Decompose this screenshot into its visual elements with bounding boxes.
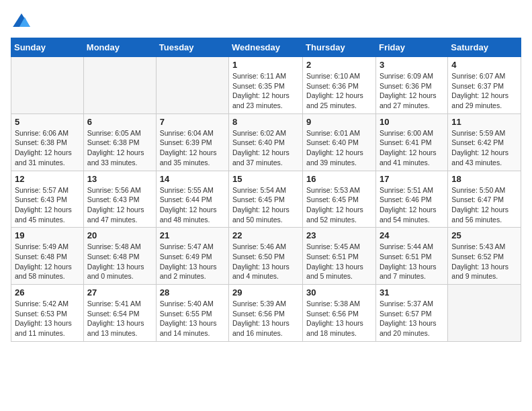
day-number: 24	[380, 230, 444, 240]
day-info: Sunrise: 5:44 AM Sunset: 6:51 PM Dayligh…	[380, 242, 444, 281]
day-number: 6	[87, 117, 152, 127]
day-info: Sunrise: 5:47 AM Sunset: 6:49 PM Dayligh…	[160, 242, 225, 281]
calendar-cell: 5Sunrise: 6:06 AM Sunset: 6:38 PM Daylig…	[11, 113, 84, 171]
day-number: 11	[451, 117, 517, 127]
calendar-cell: 28Sunrise: 5:40 AM Sunset: 6:55 PM Dayli…	[156, 285, 228, 342]
calendar-cell: 6Sunrise: 6:05 AM Sunset: 6:38 PM Daylig…	[83, 113, 156, 171]
calendar-cell: 22Sunrise: 5:46 AM Sunset: 6:50 PM Dayli…	[229, 228, 303, 285]
day-info: Sunrise: 6:09 AM Sunset: 6:36 PM Dayligh…	[380, 71, 444, 111]
day-info: Sunrise: 5:42 AM Sunset: 6:53 PM Dayligh…	[15, 299, 80, 338]
day-info: Sunrise: 6:01 AM Sunset: 6:40 PM Dayligh…	[306, 128, 372, 168]
day-info: Sunrise: 5:40 AM Sunset: 6:55 PM Dayligh…	[160, 299, 225, 338]
calendar-cell: 24Sunrise: 5:44 AM Sunset: 6:51 PM Dayli…	[375, 228, 447, 285]
calendar-cell: 20Sunrise: 5:48 AM Sunset: 6:48 PM Dayli…	[83, 228, 156, 285]
day-info: Sunrise: 5:38 AM Sunset: 6:56 PM Dayligh…	[306, 299, 372, 338]
day-number: 27	[87, 287, 152, 298]
calendar-cell: 2Sunrise: 6:10 AM Sunset: 6:36 PM Daylig…	[303, 57, 376, 114]
calendar-cell: 18Sunrise: 5:50 AM Sunset: 6:47 PM Dayli…	[448, 171, 521, 228]
column-header-monday: Monday	[83, 38, 156, 57]
day-info: Sunrise: 6:05 AM Sunset: 6:38 PM Dayligh…	[87, 128, 152, 168]
calendar-cell: 15Sunrise: 5:54 AM Sunset: 6:45 PM Dayli…	[229, 171, 303, 228]
day-number: 20	[87, 230, 152, 240]
day-info: Sunrise: 5:59 AM Sunset: 6:42 PM Dayligh…	[451, 128, 517, 168]
day-info: Sunrise: 6:07 AM Sunset: 6:37 PM Dayligh…	[451, 71, 517, 111]
day-number: 7	[160, 117, 225, 127]
day-number: 3	[380, 60, 444, 70]
calendar-cell	[11, 57, 84, 114]
calendar-cell: 3Sunrise: 6:09 AM Sunset: 6:36 PM Daylig…	[375, 57, 447, 114]
column-header-thursday: Thursday	[303, 38, 376, 57]
day-number: 4	[451, 60, 517, 70]
day-number: 17	[380, 174, 444, 184]
calendar-cell: 23Sunrise: 5:45 AM Sunset: 6:51 PM Dayli…	[303, 228, 376, 285]
day-info: Sunrise: 5:37 AM Sunset: 6:57 PM Dayligh…	[380, 299, 444, 338]
calendar-cell	[83, 57, 156, 114]
calendar-cell: 25Sunrise: 5:43 AM Sunset: 6:52 PM Dayli…	[448, 228, 521, 285]
column-header-sunday: Sunday	[11, 38, 84, 57]
day-number: 9	[306, 117, 372, 127]
calendar-cell: 9Sunrise: 6:01 AM Sunset: 6:40 PM Daylig…	[303, 113, 376, 171]
day-info: Sunrise: 5:39 AM Sunset: 6:56 PM Dayligh…	[232, 299, 299, 338]
calendar-week-3: 12Sunrise: 5:57 AM Sunset: 6:43 PM Dayli…	[11, 171, 521, 228]
day-info: Sunrise: 5:46 AM Sunset: 6:50 PM Dayligh…	[232, 242, 299, 281]
day-number: 31	[380, 287, 444, 298]
day-number: 8	[232, 117, 299, 127]
calendar-week-1: 1Sunrise: 6:11 AM Sunset: 6:35 PM Daylig…	[11, 57, 521, 114]
day-info: Sunrise: 5:56 AM Sunset: 6:43 PM Dayligh…	[87, 185, 152, 225]
day-info: Sunrise: 5:51 AM Sunset: 6:46 PM Dayligh…	[380, 185, 444, 225]
calendar-cell: 17Sunrise: 5:51 AM Sunset: 6:46 PM Dayli…	[375, 171, 447, 228]
calendar-week-5: 26Sunrise: 5:42 AM Sunset: 6:53 PM Dayli…	[11, 285, 521, 342]
calendar-table: SundayMondayTuesdayWednesdayThursdayFrid…	[11, 38, 521, 342]
calendar-cell: 14Sunrise: 5:55 AM Sunset: 6:44 PM Dayli…	[156, 171, 228, 228]
calendar-cell: 21Sunrise: 5:47 AM Sunset: 6:49 PM Dayli…	[156, 228, 228, 285]
day-info: Sunrise: 6:04 AM Sunset: 6:39 PM Dayligh…	[160, 128, 225, 168]
day-number: 13	[87, 174, 152, 184]
day-info: Sunrise: 5:55 AM Sunset: 6:44 PM Dayligh…	[160, 185, 225, 225]
day-info: Sunrise: 5:54 AM Sunset: 6:45 PM Dayligh…	[232, 185, 299, 225]
day-info: Sunrise: 6:06 AM Sunset: 6:38 PM Dayligh…	[15, 128, 80, 168]
calendar-cell: 8Sunrise: 6:02 AM Sunset: 6:40 PM Daylig…	[229, 113, 303, 171]
day-number: 16	[306, 174, 372, 184]
day-number: 10	[380, 117, 444, 127]
calendar-header-row: SundayMondayTuesdayWednesdayThursdayFrid…	[11, 38, 521, 57]
calendar-cell: 1Sunrise: 6:11 AM Sunset: 6:35 PM Daylig…	[229, 57, 303, 114]
calendar-cell: 16Sunrise: 5:53 AM Sunset: 6:45 PM Dayli…	[303, 171, 376, 228]
column-header-saturday: Saturday	[448, 38, 521, 57]
calendar-cell: 27Sunrise: 5:41 AM Sunset: 6:54 PM Dayli…	[83, 285, 156, 342]
logo	[11, 11, 35, 32]
calendar-cell: 29Sunrise: 5:39 AM Sunset: 6:56 PM Dayli…	[229, 285, 303, 342]
calendar-cell: 31Sunrise: 5:37 AM Sunset: 6:57 PM Dayli…	[375, 285, 447, 342]
day-number: 26	[15, 287, 80, 298]
column-header-friday: Friday	[375, 38, 447, 57]
calendar-cell	[448, 285, 521, 342]
calendar-week-4: 19Sunrise: 5:49 AM Sunset: 6:48 PM Dayli…	[11, 228, 521, 285]
calendar-cell: 7Sunrise: 6:04 AM Sunset: 6:39 PM Daylig…	[156, 113, 228, 171]
day-info: Sunrise: 5:48 AM Sunset: 6:48 PM Dayligh…	[87, 242, 152, 281]
day-number: 23	[306, 230, 372, 240]
day-info: Sunrise: 5:50 AM Sunset: 6:47 PM Dayligh…	[451, 185, 517, 225]
column-header-wednesday: Wednesday	[229, 38, 303, 57]
day-info: Sunrise: 5:41 AM Sunset: 6:54 PM Dayligh…	[87, 299, 152, 338]
calendar-cell: 30Sunrise: 5:38 AM Sunset: 6:56 PM Dayli…	[303, 285, 376, 342]
day-info: Sunrise: 5:49 AM Sunset: 6:48 PM Dayligh…	[15, 242, 80, 281]
day-number: 19	[15, 230, 80, 240]
day-number: 28	[160, 287, 225, 298]
page-header	[11, 11, 521, 32]
calendar-cell: 13Sunrise: 5:56 AM Sunset: 6:43 PM Dayli…	[83, 171, 156, 228]
day-number: 5	[15, 117, 80, 127]
calendar-cell: 26Sunrise: 5:42 AM Sunset: 6:53 PM Dayli…	[11, 285, 84, 342]
day-number: 22	[232, 230, 299, 240]
calendar-cell	[156, 57, 228, 114]
day-info: Sunrise: 5:53 AM Sunset: 6:45 PM Dayligh…	[306, 185, 372, 225]
day-info: Sunrise: 6:00 AM Sunset: 6:41 PM Dayligh…	[380, 128, 444, 168]
calendar-cell: 10Sunrise: 6:00 AM Sunset: 6:41 PM Dayli…	[375, 113, 447, 171]
day-number: 2	[306, 60, 372, 70]
day-info: Sunrise: 6:11 AM Sunset: 6:35 PM Dayligh…	[232, 71, 299, 111]
calendar-cell: 4Sunrise: 6:07 AM Sunset: 6:37 PM Daylig…	[448, 57, 521, 114]
day-number: 15	[232, 174, 299, 184]
day-number: 14	[160, 174, 225, 184]
calendar-week-2: 5Sunrise: 6:06 AM Sunset: 6:38 PM Daylig…	[11, 113, 521, 171]
day-info: Sunrise: 6:02 AM Sunset: 6:40 PM Dayligh…	[232, 128, 299, 168]
calendar-cell: 19Sunrise: 5:49 AM Sunset: 6:48 PM Dayli…	[11, 228, 84, 285]
day-number: 30	[306, 287, 372, 298]
